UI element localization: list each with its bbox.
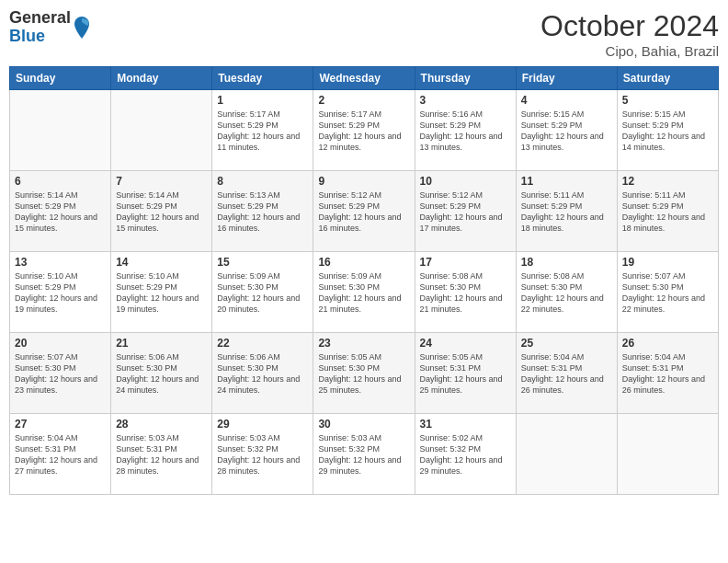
col-sunday: Sunday	[10, 67, 111, 90]
table-row: 11Sunrise: 5:11 AMSunset: 5:29 PMDayligh…	[516, 171, 617, 252]
day-info: Sunrise: 5:12 AMSunset: 5:29 PMDaylight:…	[318, 190, 409, 235]
logo-blue: Blue	[9, 28, 71, 46]
table-row: 27Sunrise: 5:04 AMSunset: 5:31 PMDayligh…	[10, 414, 111, 495]
day-number: 13	[15, 256, 106, 269]
table-row: 8Sunrise: 5:13 AMSunset: 5:29 PMDaylight…	[212, 171, 313, 252]
day-number: 3	[420, 94, 511, 107]
logo-general: General	[9, 9, 71, 28]
table-row: 3Sunrise: 5:16 AMSunset: 5:29 PMDaylight…	[415, 90, 516, 171]
day-number: 24	[420, 337, 511, 350]
day-info: Sunrise: 5:11 AMSunset: 5:29 PMDaylight:…	[521, 190, 612, 235]
location: Cipo, Bahia, Brazil	[540, 43, 719, 59]
day-info: Sunrise: 5:06 AMSunset: 5:30 PMDaylight:…	[116, 351, 207, 396]
day-number: 9	[318, 175, 409, 188]
day-number: 16	[318, 256, 409, 269]
day-info: Sunrise: 5:12 AMSunset: 5:29 PMDaylight:…	[420, 190, 511, 235]
day-info: Sunrise: 5:03 AMSunset: 5:32 PMDaylight:…	[217, 432, 308, 477]
day-info: Sunrise: 5:11 AMSunset: 5:29 PMDaylight:…	[622, 190, 713, 235]
day-number: 6	[15, 175, 106, 188]
day-info: Sunrise: 5:08 AMSunset: 5:30 PMDaylight:…	[521, 270, 612, 316]
day-info: Sunrise: 5:17 AMSunset: 5:29 PMDaylight:…	[318, 109, 409, 154]
day-number: 14	[116, 256, 207, 269]
day-number: 4	[521, 94, 612, 107]
table-row: 25Sunrise: 5:04 AMSunset: 5:31 PMDayligh…	[516, 333, 617, 414]
day-info: Sunrise: 5:10 AMSunset: 5:29 PMDaylight:…	[15, 270, 106, 316]
day-number: 7	[116, 175, 207, 188]
table-row: 21Sunrise: 5:06 AMSunset: 5:30 PMDayligh…	[111, 333, 212, 414]
day-info: Sunrise: 5:05 AMSunset: 5:30 PMDaylight:…	[318, 351, 409, 396]
title-area: October 2024 Cipo, Bahia, Brazil	[540, 9, 719, 59]
table-row: 29Sunrise: 5:03 AMSunset: 5:32 PMDayligh…	[212, 414, 313, 495]
table-row: 15Sunrise: 5:09 AMSunset: 5:30 PMDayligh…	[212, 252, 313, 333]
table-row: 19Sunrise: 5:07 AMSunset: 5:30 PMDayligh…	[617, 252, 718, 333]
day-info: Sunrise: 5:17 AMSunset: 5:29 PMDaylight:…	[217, 109, 308, 154]
table-row: 12Sunrise: 5:11 AMSunset: 5:29 PMDayligh…	[617, 171, 718, 252]
day-info: Sunrise: 5:15 AMSunset: 5:29 PMDaylight:…	[622, 109, 713, 154]
col-wednesday: Wednesday	[313, 67, 415, 90]
day-info: Sunrise: 5:09 AMSunset: 5:30 PMDaylight:…	[318, 270, 409, 316]
day-number: 15	[217, 256, 308, 269]
calendar-page: General Blue October 2024 Cipo, Bahia, B…	[0, 0, 728, 563]
day-info: Sunrise: 5:05 AMSunset: 5:31 PMDaylight:…	[420, 351, 511, 396]
day-info: Sunrise: 5:04 AMSunset: 5:31 PMDaylight:…	[622, 351, 713, 396]
table-row: 17Sunrise: 5:08 AMSunset: 5:30 PMDayligh…	[415, 252, 516, 333]
table-row	[617, 414, 718, 495]
calendar-table: Sunday Monday Tuesday Wednesday Thursday…	[9, 66, 719, 495]
table-row: 14Sunrise: 5:10 AMSunset: 5:29 PMDayligh…	[111, 252, 212, 333]
day-info: Sunrise: 5:03 AMSunset: 5:31 PMDaylight:…	[116, 432, 207, 477]
col-tuesday: Tuesday	[212, 67, 313, 90]
day-number: 2	[318, 94, 409, 107]
table-row: 26Sunrise: 5:04 AMSunset: 5:31 PMDayligh…	[617, 333, 718, 414]
table-row: 9Sunrise: 5:12 AMSunset: 5:29 PMDaylight…	[313, 171, 415, 252]
day-info: Sunrise: 5:09 AMSunset: 5:30 PMDaylight:…	[217, 270, 308, 316]
day-info: Sunrise: 5:06 AMSunset: 5:30 PMDaylight:…	[217, 351, 308, 396]
day-number: 5	[622, 94, 713, 107]
day-info: Sunrise: 5:04 AMSunset: 5:31 PMDaylight:…	[521, 351, 612, 396]
day-number: 18	[521, 256, 612, 269]
col-friday: Friday	[516, 67, 617, 90]
table-row: 31Sunrise: 5:02 AMSunset: 5:32 PMDayligh…	[415, 414, 516, 495]
table-row: 7Sunrise: 5:14 AMSunset: 5:29 PMDaylight…	[111, 171, 212, 252]
table-row	[10, 90, 111, 171]
day-info: Sunrise: 5:10 AMSunset: 5:29 PMDaylight:…	[116, 270, 207, 316]
calendar-header: Sunday Monday Tuesday Wednesday Thursday…	[10, 67, 719, 90]
table-row: 10Sunrise: 5:12 AMSunset: 5:29 PMDayligh…	[415, 171, 516, 252]
table-row: 4Sunrise: 5:15 AMSunset: 5:29 PMDaylight…	[516, 90, 617, 171]
day-info: Sunrise: 5:16 AMSunset: 5:29 PMDaylight:…	[420, 109, 511, 154]
day-number: 29	[217, 418, 308, 431]
day-info: Sunrise: 5:04 AMSunset: 5:31 PMDaylight:…	[15, 432, 106, 477]
day-number: 20	[15, 337, 106, 350]
day-info: Sunrise: 5:02 AMSunset: 5:32 PMDaylight:…	[420, 432, 511, 477]
day-number: 10	[420, 175, 511, 188]
table-row: 2Sunrise: 5:17 AMSunset: 5:29 PMDaylight…	[313, 90, 415, 171]
table-row: 18Sunrise: 5:08 AMSunset: 5:30 PMDayligh…	[516, 252, 617, 333]
day-number: 11	[521, 175, 612, 188]
day-number: 12	[622, 175, 713, 188]
table-row: 6Sunrise: 5:14 AMSunset: 5:29 PMDaylight…	[10, 171, 111, 252]
day-number: 30	[318, 418, 409, 431]
day-number: 27	[15, 418, 106, 431]
day-info: Sunrise: 5:07 AMSunset: 5:30 PMDaylight:…	[622, 270, 713, 316]
day-info: Sunrise: 5:15 AMSunset: 5:29 PMDaylight:…	[521, 109, 612, 154]
day-info: Sunrise: 5:13 AMSunset: 5:29 PMDaylight:…	[217, 190, 308, 235]
day-number: 1	[217, 94, 308, 107]
table-row: 16Sunrise: 5:09 AMSunset: 5:30 PMDayligh…	[313, 252, 415, 333]
day-info: Sunrise: 5:14 AMSunset: 5:29 PMDaylight:…	[116, 190, 207, 235]
calendar-body: 1Sunrise: 5:17 AMSunset: 5:29 PMDaylight…	[10, 90, 719, 495]
table-row: 1Sunrise: 5:17 AMSunset: 5:29 PMDaylight…	[212, 90, 313, 171]
day-number: 19	[622, 256, 713, 269]
day-number: 17	[420, 256, 511, 269]
day-number: 26	[622, 337, 713, 350]
day-number: 8	[217, 175, 308, 188]
col-saturday: Saturday	[617, 67, 718, 90]
day-number: 21	[116, 337, 207, 350]
table-row: 24Sunrise: 5:05 AMSunset: 5:31 PMDayligh…	[415, 333, 516, 414]
day-number: 23	[318, 337, 409, 350]
day-info: Sunrise: 5:03 AMSunset: 5:32 PMDaylight:…	[318, 432, 409, 477]
header-row: Sunday Monday Tuesday Wednesday Thursday…	[10, 67, 719, 90]
day-number: 25	[521, 337, 612, 350]
month-title: October 2024	[540, 9, 719, 43]
day-number: 31	[420, 418, 511, 431]
table-row	[516, 414, 617, 495]
table-row: 13Sunrise: 5:10 AMSunset: 5:29 PMDayligh…	[10, 252, 111, 333]
